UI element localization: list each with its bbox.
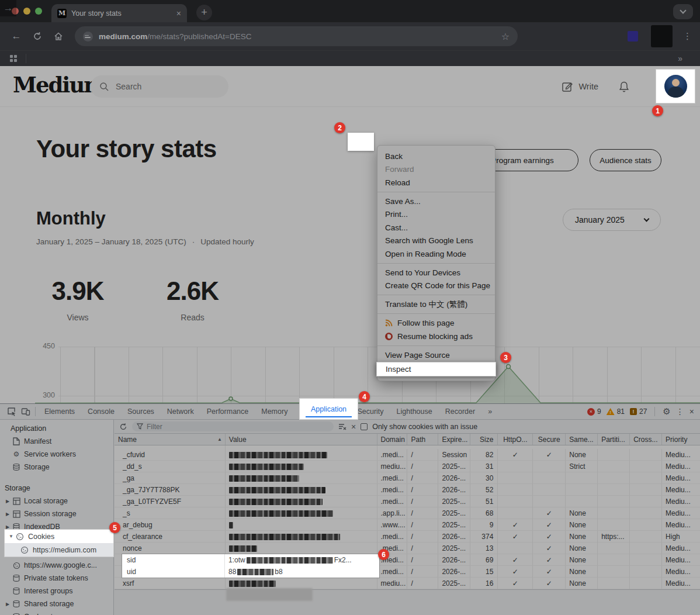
cookie-icon — [20, 545, 29, 555]
cookie-name-cell: uid — [122, 566, 225, 578]
annotation-badge-6: 6 — [378, 549, 389, 560]
sidebar-item-medium-cookies[interactable]: https://medium.com — [5, 543, 113, 557]
user-avatar[interactable] — [664, 75, 687, 98]
cookie-name-cell: sid — [122, 554, 225, 566]
highlight-avatar — [656, 70, 695, 103]
cookie-table-row[interactable]: sid 1:otwFx2... — [122, 554, 379, 566]
highlight-application-tab[interactable]: Application — [300, 399, 358, 419]
avatar-figure — [672, 79, 680, 87]
cookie-value-cell: 1:otwFx2... — [225, 556, 352, 564]
sidebar-item-cookies[interactable]: ▼ Cookies — [5, 530, 113, 543]
annotation-badge-3: 3 — [500, 352, 511, 363]
screenshot-root: M Your story stats × + ← → medium.com/me… — [0, 0, 700, 615]
sidebar-item-label: Cookies — [28, 533, 54, 541]
sidebar-item-label: https://medium.com — [33, 546, 96, 554]
cookie-table-row[interactable]: uid 88b8 — [122, 566, 379, 578]
cookie-icon — [15, 532, 25, 541]
redacted-value — [237, 569, 273, 575]
redacted-value — [247, 557, 333, 564]
dim-overlay — [0, 0, 700, 615]
highlight-click-target — [348, 133, 374, 151]
highlight-cookies-tree: ▼ Cookies https://medium.com — [5, 530, 113, 557]
cookie-value-cell: 88b8 — [225, 568, 283, 576]
annotation-badge-2: 2 — [334, 122, 345, 133]
avatar-figure — [668, 87, 684, 98]
annotation-badge-1: 1 — [652, 105, 663, 116]
annotation-badge-4: 4 — [359, 391, 370, 402]
menu-item-inspect[interactable]: Inspect — [376, 362, 496, 376]
expanded-icon[interactable]: ▼ — [7, 534, 15, 539]
highlight-sid-uid-rows: sid 1:otwFx2... uid 88b8 — [122, 554, 380, 578]
annotation-badge-5: 5 — [109, 522, 120, 533]
